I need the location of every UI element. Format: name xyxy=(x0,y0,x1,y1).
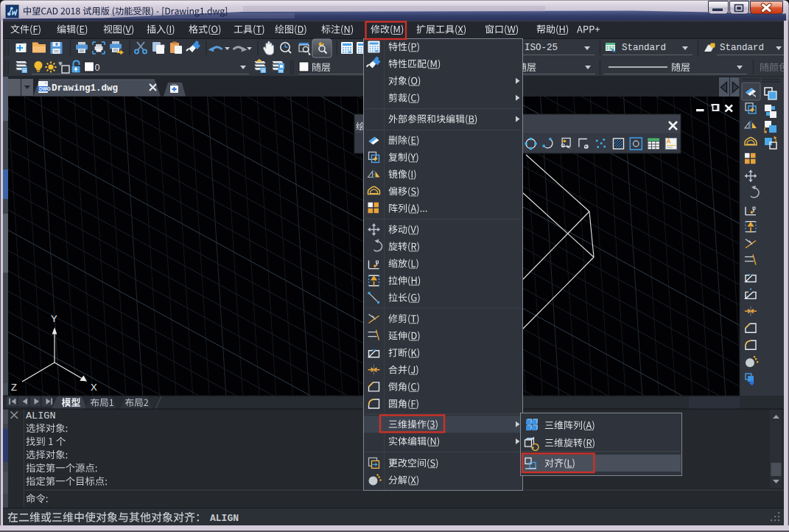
svg-text:Drawing1.dwg: Drawing1.dwg xyxy=(52,83,118,94)
svg-text:ALIGN: ALIGN xyxy=(26,410,56,421)
svg-text:Standard: Standard xyxy=(622,43,666,53)
svg-text:X: X xyxy=(91,382,97,393)
svg-text:ALIGN: ALIGN xyxy=(210,513,239,524)
svg-text:Z: Z xyxy=(11,382,17,393)
svg-text:Y: Y xyxy=(51,313,57,324)
svg-text:ISO-25: ISO-25 xyxy=(525,43,558,53)
svg-text:0: 0 xyxy=(95,63,100,73)
svg-text:Standard: Standard xyxy=(720,43,764,53)
svg-text:DWG: DWG xyxy=(39,86,51,91)
